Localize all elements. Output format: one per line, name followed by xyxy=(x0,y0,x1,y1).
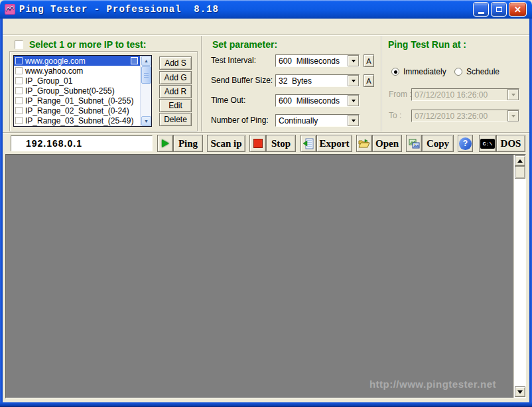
help-icon: ? xyxy=(459,137,472,150)
client-area: Select 1 or more IP to test: www.google.… xyxy=(3,19,529,402)
select-all-checkbox[interactable] xyxy=(15,41,23,49)
send-buffer-quickset-button[interactable]: A xyxy=(364,74,374,87)
ping-icon-button[interactable] xyxy=(157,135,173,152)
number-of-ping-combobox[interactable]: Continually xyxy=(275,114,360,127)
from-datetime-combobox: 07/12/2010 16:26:00 xyxy=(411,88,519,101)
send-buffer-combobox[interactable]: 32 Bytes xyxy=(275,74,360,87)
immediately-label: Immediately xyxy=(403,67,446,76)
chevron-down-icon xyxy=(511,94,515,98)
open-button[interactable]: Open xyxy=(372,135,402,152)
scroll-thumb[interactable] xyxy=(141,66,151,84)
send-buffer-label: Send Buffer Size: xyxy=(211,74,273,87)
list-scrollbar[interactable]: ▲ ▼ xyxy=(140,56,151,126)
scroll-up-button[interactable]: ▲ xyxy=(141,56,151,66)
list-item[interactable]: IP_Group_Subnet(0-255) xyxy=(14,86,140,96)
open-icon-button[interactable] xyxy=(356,135,372,152)
add-group-button[interactable]: Add G xyxy=(159,71,192,84)
export-icon-button[interactable] xyxy=(300,135,316,152)
chevron-down-icon xyxy=(352,120,356,124)
item-checkbox[interactable] xyxy=(15,107,23,114)
item-label: IP_Range_02_Subnet_(0-24) xyxy=(25,106,129,116)
scroll-up-icon xyxy=(517,157,523,163)
chevron-down-icon xyxy=(352,60,356,64)
open-folder-icon xyxy=(358,139,370,149)
test-interval-combobox[interactable]: 600 Milliseconds xyxy=(275,54,360,67)
item-checkbox[interactable] xyxy=(15,77,23,84)
time-out-label: Time Out: xyxy=(211,94,245,107)
app-window: Ping Tester - Professional 8.18 ✕ File O… xyxy=(0,0,532,407)
time-out-combobox[interactable]: 600 Milliseconds xyxy=(275,94,360,107)
copy-icon-button[interactable] xyxy=(406,135,422,152)
list-item[interactable]: www.yahoo.com xyxy=(14,66,140,76)
dos-button[interactable]: DOS xyxy=(496,135,525,152)
section-separator-2 xyxy=(381,36,382,131)
schedule-label: Schedule xyxy=(466,67,499,76)
item-checkbox[interactable] xyxy=(15,57,23,64)
stop-icon-button[interactable] xyxy=(249,135,266,152)
output-scroll-down-button[interactable] xyxy=(515,386,525,397)
radio-selected-icon xyxy=(391,68,399,76)
combobox-value: 32 Bytes xyxy=(279,75,312,86)
from-label: From : xyxy=(389,88,412,101)
ip-list: www.google.com www.yahoo.com IP_Group_01… xyxy=(13,55,152,127)
from-datetime-value: 07/12/2010 16:26:00 xyxy=(415,89,488,100)
item-checkbox[interactable] xyxy=(15,87,23,94)
to-datetime-value: 07/12/2010 23:26:00 xyxy=(415,110,488,122)
maximize-button[interactable] xyxy=(491,2,507,17)
dropdown-button xyxy=(507,89,519,100)
output-scrollbar[interactable] xyxy=(513,155,525,398)
list-item[interactable]: IP_Group_01 xyxy=(14,76,140,86)
window-border-right xyxy=(529,19,532,407)
add-single-button[interactable]: Add S xyxy=(159,56,192,70)
close-icon: ✕ xyxy=(514,5,521,14)
immediately-radio[interactable]: Immediately xyxy=(391,67,446,76)
item-label: IP_Range_01_Subnet_(0-255) xyxy=(25,96,133,106)
dropdown-button[interactable] xyxy=(348,75,359,86)
app-logo-icon xyxy=(5,4,15,15)
dropdown-button[interactable] xyxy=(348,95,359,106)
watermark-url: http://www.pingtester.net xyxy=(369,378,496,390)
combobox-value: 600 Milliseconds xyxy=(279,95,340,106)
item-label: www.yahoo.com xyxy=(25,66,83,76)
list-item[interactable]: www.google.com xyxy=(14,56,140,66)
dropdown-button[interactable] xyxy=(348,115,359,126)
edit-button[interactable]: Edit xyxy=(159,99,192,112)
scroll-down-button[interactable]: ▼ xyxy=(141,116,151,126)
dropdown-button xyxy=(507,110,519,122)
export-button[interactable]: Export xyxy=(316,135,352,152)
ip-address-input[interactable] xyxy=(11,135,153,151)
delete-button[interactable]: Delete xyxy=(159,113,192,126)
schedule-radio[interactable]: Schedule xyxy=(454,67,499,76)
output-scroll-up-button[interactable] xyxy=(515,155,525,166)
dos-icon-button[interactable]: C:\ xyxy=(479,135,496,152)
list-item[interactable]: IP_Range_01_Subnet_(0-255) xyxy=(14,96,140,106)
combobox-value: Continually xyxy=(279,115,318,126)
stop-button[interactable]: Stop xyxy=(266,135,296,152)
maximize-icon xyxy=(496,7,502,12)
test-interval-quickset-button[interactable]: A xyxy=(364,54,374,67)
number-of-ping-label: Number of Ping: xyxy=(211,114,269,127)
chevron-down-icon xyxy=(511,115,515,120)
item-checkbox[interactable] xyxy=(15,117,23,124)
ping-button[interactable]: Ping xyxy=(173,135,203,152)
item-checkbox[interactable] xyxy=(15,97,23,104)
item-label: IP_Group_Subnet(0-255) xyxy=(25,86,115,96)
to-label: To : xyxy=(389,110,401,122)
list-item[interactable]: IP_Range_03_Subnet_(25-49) xyxy=(14,116,140,125)
output-scroll-thumb[interactable] xyxy=(515,166,525,179)
window-title: Ping Tester - Professional 8.18 xyxy=(19,4,219,15)
window-border-bottom xyxy=(0,402,532,407)
help-button[interactable]: ? xyxy=(458,135,473,152)
dos-prompt-icon: C:\ xyxy=(480,139,495,149)
minimize-button[interactable] xyxy=(473,2,489,17)
close-button[interactable]: ✕ xyxy=(509,2,527,17)
list-item[interactable]: IP_Range_02_Subnet_(0-24) xyxy=(14,106,140,116)
item-label: IP_Range_03_Subnet_(25-49) xyxy=(25,116,133,125)
add-range-button[interactable]: Add R xyxy=(159,85,192,98)
export-document-icon xyxy=(303,138,314,149)
copy-button[interactable]: Copy xyxy=(422,135,454,152)
dropdown-button[interactable] xyxy=(348,55,359,66)
chevron-down-icon xyxy=(352,80,356,84)
scan-ip-button[interactable]: Scan ip xyxy=(207,135,245,152)
item-checkbox[interactable] xyxy=(15,67,23,74)
